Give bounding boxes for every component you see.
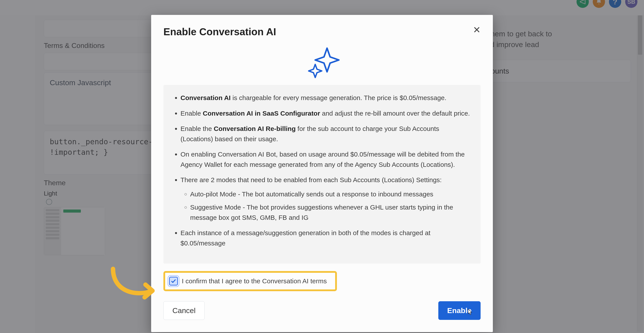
sparkle-icon [164, 44, 480, 79]
terms-sub-a: Auto-pilot Mode - The bot automatically … [190, 189, 471, 199]
confirm-row: I confirm that I agree to the Conversati… [164, 271, 337, 291]
confirm-label: I confirm that I agree to the Conversati… [182, 277, 327, 285]
b1-bold: Conversation AI [180, 94, 231, 101]
cancel-button[interactable]: Cancel [164, 301, 204, 320]
enable-button[interactable]: Enable [438, 301, 480, 320]
callout-arrow-icon [109, 265, 159, 303]
b2-bold: Conversation AI in SaaS Configurator [203, 110, 320, 117]
modal-actions: Cancel Enable [164, 301, 480, 320]
confirm-highlight: I confirm that I agree to the Conversati… [164, 271, 337, 291]
terms-bullet-2: Enable Conversation AI in SaaS Configura… [180, 108, 471, 119]
page-root: ? SB Terms & Conditions Custom Javascrip… [0, 0, 644, 333]
terms-list: Conversation AI is chargeable for every … [173, 93, 471, 248]
terms-sublist: Auto-pilot Mode - The bot automatically … [180, 189, 471, 223]
modal-title: Enable Conversation AI [164, 26, 480, 38]
terms-sub-b: Suggestive Mode - The bot provides sugge… [190, 202, 471, 223]
terms-scroll-box[interactable]: Conversation AI is chargeable for every … [164, 85, 480, 264]
confirm-checkbox[interactable] [169, 277, 178, 286]
terms-bullet-5: There are 2 modes that need to be enable… [180, 175, 471, 223]
b2-pre: Enable [180, 110, 203, 117]
b2-post: and adjust the re-bill amount over the d… [320, 110, 470, 117]
cursor-icon [466, 309, 473, 317]
terms-bullet-6: Each instance of a message/suggestion ge… [180, 228, 471, 248]
terms-bullet-3: Enable the Conversation AI Re-billing fo… [180, 124, 471, 144]
terms-bullet-4: On enabling Conversation AI Bot, based o… [180, 149, 471, 170]
terms-bullet-1: Conversation AI is chargeable for every … [180, 93, 471, 103]
b3-pre: Enable the [180, 125, 214, 132]
enable-conversation-ai-modal: Enable Conversation AI ✕ Conversation AI… [151, 15, 493, 332]
b3-bold: Conversation AI Re-billing [214, 125, 296, 132]
b5-text: There are 2 modes that need to be enable… [180, 176, 442, 183]
close-icon[interactable]: ✕ [473, 25, 480, 34]
b1-text: is chargeable for every message generati… [231, 94, 446, 101]
